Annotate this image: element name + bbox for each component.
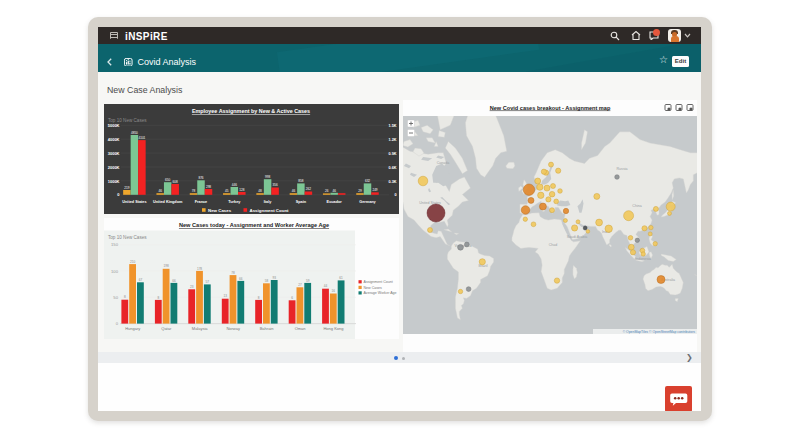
svg-text:93: 93 (272, 276, 276, 280)
svg-text:2000K: 2000K (107, 165, 119, 170)
svg-text:Canada: Canada (437, 161, 450, 165)
svg-text:356: 356 (272, 183, 277, 187)
svg-text:1.5K: 1.5K (388, 124, 396, 128)
svg-text:44: 44 (323, 284, 327, 288)
svg-text:57: 57 (205, 280, 209, 284)
svg-text:New Cases: New Cases (363, 286, 382, 290)
svg-text:59: 59 (305, 279, 309, 283)
svg-text:8: 8 (157, 296, 159, 300)
svg-text:8: 8 (123, 295, 125, 299)
svg-text:Indonesia: Indonesia (635, 257, 651, 261)
svg-text:26: 26 (324, 189, 328, 193)
svg-text:New Covid cases breakout - Ass: New Covid cases breakout - Assignment ma… (490, 105, 611, 111)
svg-text:27: 27 (298, 283, 302, 287)
svg-text:Hong Kong: Hong Kong (323, 326, 343, 331)
svg-text:66: 66 (239, 277, 243, 281)
svg-text:0.9K: 0.9K (388, 152, 396, 156)
svg-text:8: 8 (257, 296, 259, 300)
svg-text:1000K: 1000K (107, 179, 119, 184)
svg-text:Top 10 New Cases: Top 10 New Cases (108, 235, 147, 240)
svg-text:128: 128 (239, 188, 244, 192)
svg-text:249: 249 (372, 188, 377, 192)
svg-text:45: 45 (225, 189, 229, 193)
svg-text:4000K: 4000K (107, 137, 119, 142)
svg-text:© OpenMapTiles © OpenStreetMap: © OpenMapTiles © OpenStreetMap contribut… (623, 330, 696, 334)
svg-text:New Cases: New Cases (208, 208, 232, 213)
svg-text:650: 650 (165, 178, 170, 182)
svg-text:78: 78 (231, 271, 235, 275)
svg-text:446: 446 (231, 183, 236, 187)
svg-text:16: 16 (331, 289, 335, 293)
svg-text:876: 876 (198, 176, 203, 180)
svg-text:Qatar: Qatar (161, 326, 172, 331)
svg-text:219: 219 (124, 186, 129, 190)
svg-text:1.2K: 1.2K (388, 138, 396, 142)
svg-text:4101: 4101 (138, 136, 145, 140)
svg-text:100: 100 (111, 269, 119, 274)
svg-text:632: 632 (364, 179, 369, 183)
svg-text:Bahrain: Bahrain (259, 326, 273, 331)
svg-text:6: 6 (291, 296, 293, 300)
svg-text:0.6K: 0.6K (388, 166, 396, 170)
svg-text:Italy: Italy (263, 200, 271, 204)
svg-text:Hungary: Hungary (125, 326, 140, 331)
svg-text:New Cases today - Assignment a: New Cases today - Assignment and Worker … (178, 222, 328, 228)
svg-text:23: 23 (189, 285, 193, 289)
svg-text:Employee Assignment by New & A: Employee Assignment by New & Active Case… (191, 108, 309, 114)
svg-text:0: 0 (394, 193, 396, 197)
svg-text:178: 178 (196, 267, 201, 271)
svg-text:858: 858 (298, 179, 303, 183)
svg-text:Top 10 New Cases: Top 10 New Cases (108, 118, 147, 123)
svg-text:Ecuador: Ecuador (326, 200, 342, 204)
svg-text:Spain: Spain (295, 200, 306, 204)
svg-text:5000K: 5000K (107, 123, 119, 128)
svg-text:46: 46 (158, 189, 162, 193)
svg-text:66: 66 (172, 279, 176, 283)
svg-text:0.3K: 0.3K (388, 180, 396, 184)
svg-text:13: 13 (223, 294, 227, 298)
svg-text:298: 298 (205, 185, 210, 189)
svg-text:Saudi Arabia: Saudi Arabia (567, 235, 587, 239)
svg-text:78: 78 (191, 189, 195, 193)
svg-text:198: 198 (163, 264, 168, 268)
svg-text:48: 48 (258, 189, 262, 193)
svg-text:58: 58 (264, 279, 268, 283)
svg-text:67: 67 (138, 278, 142, 282)
svg-text:3000K: 3000K (107, 151, 119, 156)
svg-text:Assignment Count: Assignment Count (249, 208, 289, 213)
svg-text:262: 262 (305, 187, 310, 191)
svg-text:0: 0 (117, 192, 120, 197)
svg-text:United Kingdom: United Kingdom (153, 200, 183, 204)
svg-text:Germany: Germany (359, 200, 376, 204)
svg-text:Russia: Russia (617, 167, 628, 171)
svg-text:Malaysia: Malaysia (191, 326, 208, 331)
svg-text:Assignment Count: Assignment Count (363, 280, 392, 284)
svg-text:Oman: Oman (294, 326, 305, 331)
svg-text:50: 50 (113, 295, 118, 300)
svg-text:Norway: Norway (226, 326, 240, 331)
svg-text:United States: United States (122, 200, 146, 204)
svg-text:150: 150 (111, 242, 119, 247)
svg-text:210: 210 (130, 260, 135, 264)
svg-text:China: China (632, 204, 641, 208)
svg-text:998: 998 (265, 175, 270, 179)
svg-text:46: 46 (332, 189, 336, 193)
svg-text:29: 29 (358, 189, 362, 193)
svg-text:4850: 4850 (130, 131, 137, 135)
svg-text:46: 46 (291, 189, 295, 193)
svg-text:Turkey: Turkey (228, 200, 241, 204)
svg-text:France: France (194, 200, 206, 204)
svg-text:Chad: Chad (549, 243, 558, 247)
svg-text:Average Worker Age: Average Worker Age (363, 291, 396, 295)
svg-text:61: 61 (339, 276, 343, 280)
svg-text:608: 608 (172, 180, 177, 184)
